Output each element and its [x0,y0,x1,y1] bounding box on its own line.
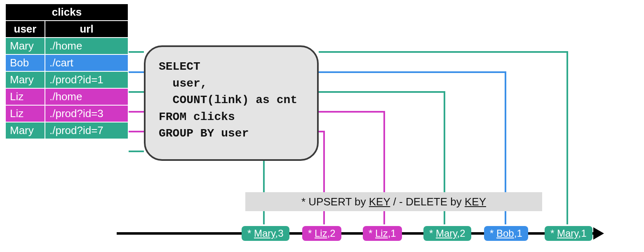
legend-bar: * UPSERT by KEY / - DELETE by KEY [245,192,542,211]
cell-url: ./home [45,38,128,54]
pill-value: ,2 [327,228,336,239]
sql-query-box: SELECT user, COUNT(link) as cnt FROM cli… [144,45,319,161]
cell-user: Mary [5,71,45,88]
pill-key: Mary [254,228,275,239]
legend-prefix: * UPSERT by [301,195,369,208]
legend-key2: KEY [465,195,486,208]
output-event-pill: * Mary,2 [423,226,471,241]
pill-value: ,2 [457,228,465,239]
cell-user: Bob [5,54,45,71]
pill-symbol: * [550,228,557,239]
pill-key: Mary [436,228,457,239]
pill-key: Bob [496,228,514,239]
output-event-pill: * Mary,3 [242,226,289,241]
cell-user: Mary [5,122,45,139]
table-row: Bob./cart [5,54,128,71]
pill-symbol: * [308,228,315,239]
cell-user: Liz [5,88,45,105]
output-event-pill: * Liz,1 [363,226,402,241]
pill-symbol: * [369,228,375,239]
col-header-url: url [45,21,128,38]
output-event-pill: * Liz,2 [302,226,341,241]
pill-value: ,1 [514,228,522,239]
pill-key: Liz [375,228,388,239]
clicks-table: clicks user url Mary./homeBob./cartMary.… [5,3,129,139]
table-row: Liz./prod?id=3 [5,105,128,122]
cell-url: ./cart [45,54,128,71]
output-event-pill: * Bob,1 [484,226,528,241]
table-title: clicks [5,4,128,21]
cell-user: Mary [5,38,45,54]
output-event-pill: * Mary,1 [545,226,592,241]
table-row: Liz./home [5,88,128,105]
table-row: Mary./home [5,38,128,54]
pill-symbol: * [429,228,436,239]
legend-mid: / - DELETE by [390,195,465,208]
pill-value: ,1 [578,228,587,239]
legend-key1: KEY [369,195,390,208]
pill-key: Mary [557,228,578,239]
col-header-user: user [5,21,45,38]
pill-key: Liz [315,228,327,239]
cell-url: ./prod?id=7 [45,122,128,139]
table-row: Mary./prod?id=1 [5,71,128,88]
table-row: Mary./prod?id=7 [5,122,128,139]
pill-symbol: * [490,228,496,239]
cell-user: Liz [5,105,45,122]
pill-value: ,1 [388,228,396,239]
cell-url: ./home [45,88,128,105]
cell-url: ./prod?id=1 [45,71,128,88]
pill-value: ,3 [275,228,284,239]
cell-url: ./prod?id=3 [45,105,128,122]
pill-symbol: * [247,228,254,239]
